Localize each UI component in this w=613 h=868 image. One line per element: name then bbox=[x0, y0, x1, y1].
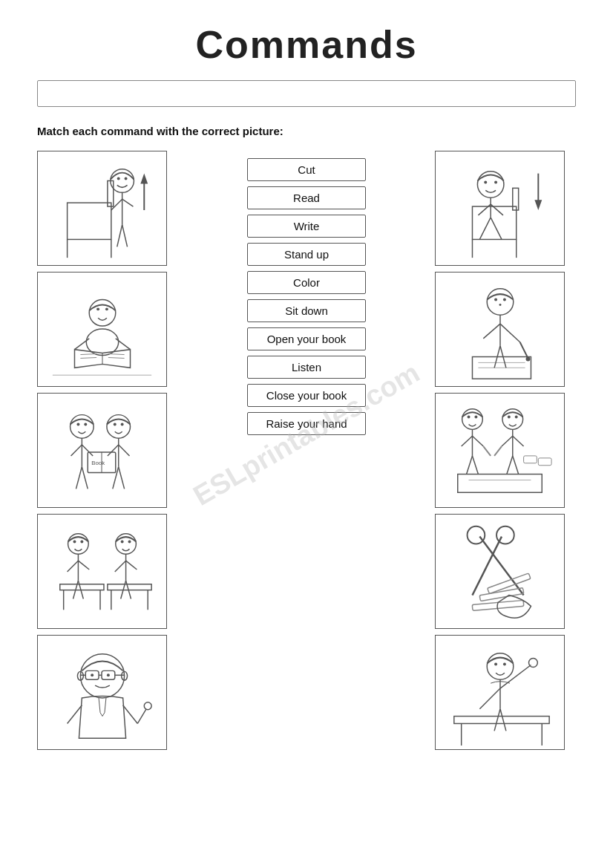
svg-line-21 bbox=[80, 354, 96, 355]
svg-point-28 bbox=[84, 422, 87, 425]
svg-line-79 bbox=[137, 709, 146, 724]
right-image-2 bbox=[435, 272, 565, 387]
svg-point-119 bbox=[508, 416, 511, 419]
svg-line-10 bbox=[117, 225, 122, 247]
main-grid: Book bbox=[37, 151, 576, 750]
svg-point-15 bbox=[96, 307, 99, 310]
svg-line-11 bbox=[122, 225, 128, 247]
svg-line-123 bbox=[513, 436, 524, 446]
left-image-4 bbox=[37, 514, 167, 629]
svg-marker-94 bbox=[534, 200, 542, 210]
svg-point-95 bbox=[487, 289, 514, 316]
svg-line-126 bbox=[494, 446, 502, 456]
svg-line-91 bbox=[479, 218, 491, 240]
svg-line-122 bbox=[502, 436, 513, 446]
svg-point-133 bbox=[468, 526, 485, 544]
instruction: Match each command with the correct pict… bbox=[37, 125, 583, 137]
right-image-4 bbox=[435, 514, 565, 629]
left-image-2 bbox=[37, 272, 167, 387]
svg-point-47 bbox=[80, 541, 83, 544]
svg-line-149 bbox=[500, 709, 506, 731]
svg-point-35 bbox=[114, 422, 117, 425]
command-write[interactable]: Write bbox=[247, 215, 366, 238]
command-color[interactable]: Color bbox=[247, 271, 366, 294]
svg-point-34 bbox=[107, 415, 131, 439]
svg-point-57 bbox=[121, 541, 124, 544]
svg-line-19 bbox=[116, 339, 131, 350]
svg-line-23 bbox=[108, 354, 125, 355]
svg-marker-13 bbox=[140, 174, 148, 184]
command-open-book[interactable]: Open your book bbox=[247, 327, 366, 350]
svg-line-22 bbox=[80, 358, 96, 359]
svg-line-41 bbox=[119, 467, 125, 489]
svg-point-87 bbox=[494, 180, 497, 183]
svg-point-5 bbox=[117, 177, 120, 180]
svg-line-60 bbox=[115, 561, 126, 572]
svg-line-148 bbox=[494, 709, 500, 731]
svg-point-120 bbox=[515, 416, 518, 419]
command-cut[interactable]: Cut bbox=[247, 158, 366, 181]
svg-point-143 bbox=[503, 663, 506, 666]
left-column: Book bbox=[37, 151, 178, 750]
svg-line-38 bbox=[108, 445, 119, 456]
svg-line-124 bbox=[507, 456, 513, 474]
svg-point-14 bbox=[89, 300, 116, 327]
svg-rect-0 bbox=[68, 203, 111, 239]
svg-line-24 bbox=[108, 358, 125, 359]
command-raise-hand[interactable]: Raise your hand bbox=[247, 412, 366, 435]
svg-point-103 bbox=[526, 357, 531, 362]
svg-line-147 bbox=[479, 688, 500, 709]
svg-rect-64 bbox=[108, 584, 151, 590]
svg-point-26 bbox=[71, 415, 94, 439]
svg-point-98 bbox=[499, 304, 502, 306]
svg-line-117 bbox=[483, 446, 491, 456]
command-read[interactable]: Read bbox=[247, 186, 366, 209]
svg-point-111 bbox=[474, 416, 477, 419]
svg-point-80 bbox=[144, 702, 151, 710]
command-sit-down[interactable]: Sit down bbox=[247, 299, 366, 322]
svg-point-58 bbox=[128, 541, 131, 544]
svg-point-16 bbox=[105, 307, 108, 310]
svg-point-27 bbox=[76, 422, 79, 425]
right-image-5 bbox=[435, 635, 565, 750]
svg-point-97 bbox=[503, 298, 506, 301]
left-image-3: Book bbox=[37, 393, 167, 508]
svg-line-61 bbox=[126, 561, 137, 570]
svg-line-100 bbox=[483, 324, 500, 339]
svg-point-73 bbox=[91, 673, 94, 676]
svg-point-146 bbox=[528, 659, 537, 668]
svg-point-142 bbox=[494, 663, 497, 666]
svg-line-32 bbox=[76, 467, 82, 489]
svg-point-74 bbox=[107, 673, 110, 676]
svg-line-101 bbox=[500, 324, 520, 342]
svg-line-114 bbox=[472, 436, 483, 446]
svg-rect-127 bbox=[458, 474, 542, 493]
page-title: Commands bbox=[30, 22, 583, 67]
svg-point-110 bbox=[468, 416, 471, 419]
svg-line-145 bbox=[500, 665, 531, 688]
svg-line-125 bbox=[513, 456, 519, 474]
command-listen[interactable]: Listen bbox=[247, 356, 366, 379]
svg-point-6 bbox=[125, 177, 128, 180]
svg-line-116 bbox=[472, 456, 478, 474]
svg-point-86 bbox=[484, 180, 487, 183]
command-stand-up[interactable]: Stand up bbox=[247, 243, 366, 266]
right-column bbox=[435, 151, 576, 750]
svg-point-36 bbox=[121, 422, 124, 425]
svg-line-30 bbox=[71, 445, 82, 456]
command-close-book[interactable]: Close your book bbox=[247, 384, 366, 407]
svg-line-18 bbox=[74, 339, 89, 350]
svg-rect-129 bbox=[524, 456, 537, 463]
svg-point-134 bbox=[496, 526, 514, 544]
svg-line-39 bbox=[119, 445, 130, 456]
svg-line-92 bbox=[491, 218, 502, 240]
svg-line-33 bbox=[82, 467, 88, 489]
left-image-5 bbox=[37, 635, 167, 750]
name-box[interactable] bbox=[37, 80, 576, 107]
left-image-1 bbox=[37, 151, 167, 266]
svg-rect-130 bbox=[538, 458, 551, 466]
middle-column: Cut Read Write Stand up Color Sit down O… bbox=[186, 151, 427, 435]
svg-rect-53 bbox=[60, 584, 104, 590]
right-image-3 bbox=[435, 393, 565, 508]
svg-line-50 bbox=[78, 561, 89, 570]
